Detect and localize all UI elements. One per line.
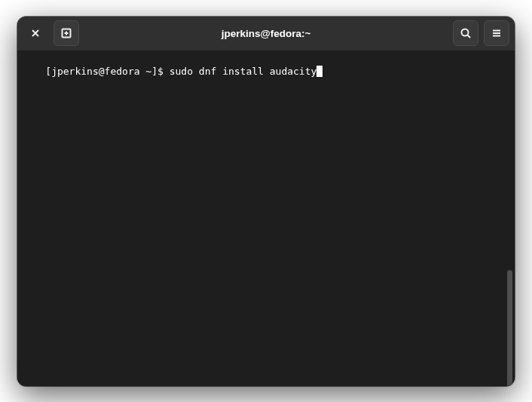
close-button[interactable] [23,20,48,46]
hamburger-icon [491,27,503,39]
close-icon [29,27,41,39]
titlebar: jperkins@fedora:~ [17,17,515,51]
terminal-viewport[interactable]: [jperkins@fedora ~]$ sudo dnf install au… [17,51,515,386]
scrollbar-thumb[interactable] [507,270,512,386]
search-icon [460,27,472,39]
menu-button[interactable] [484,20,509,46]
titlebar-right-group [453,20,509,46]
window-title: jperkins@fedora:~ [84,28,448,39]
new-tab-icon [60,27,72,39]
command-input: sudo dnf install audacity [170,66,317,77]
new-tab-button[interactable] [54,20,79,46]
text-cursor [316,66,323,77]
svg-point-1 [462,29,469,36]
terminal-window: jperkins@fedora:~ [jperkins@fedora ~]$ s… [17,17,515,386]
shell-prompt: [jperkins@fedora ~]$ [45,66,169,77]
search-button[interactable] [453,20,478,46]
